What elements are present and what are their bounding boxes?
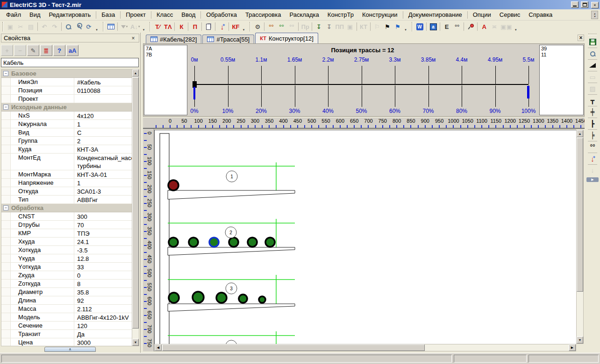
property-value[interactable]: Да (74, 330, 132, 338)
property-group-header[interactable]: −Исходные данные (1, 103, 132, 112)
save-icon[interactable] (587, 37, 598, 47)
cable-red[interactable] (168, 180, 179, 190)
trace-t-icon[interactable]: Т∕ (152, 21, 163, 32)
tray-f-icon[interactable]: ┣ (587, 119, 598, 129)
flag-black-icon[interactable]: ⚑ (382, 21, 393, 32)
scroll-left-icon[interactable]: ◀ (155, 344, 162, 351)
property-value[interactable]: АВВГнг-4x120-1kV (74, 313, 132, 321)
trace-ta-icon[interactable]: ТΛ (163, 21, 173, 32)
cable-circle[interactable] (216, 293, 227, 303)
property-value[interactable]: 120 (74, 322, 132, 329)
toolbar-drag-handle[interactable] (2, 22, 4, 31)
property-value[interactable]: С (74, 128, 132, 136)
property-value[interactable]: 0110088 (74, 86, 132, 94)
refresh-icon[interactable]: ⟳ (84, 21, 94, 32)
toolbar-drag-handle[interactable] (588, 34, 597, 35)
support-column[interactable] (160, 133, 169, 344)
property-row[interactable]: ИмяЭл#Кабель (1, 78, 132, 86)
hscroll-thumb[interactable] (162, 344, 425, 351)
property-value[interactable]: ТПЭ (74, 229, 132, 237)
help-button[interactable]: ? (53, 45, 65, 56)
menu-input[interactable]: Ввод (177, 10, 200, 20)
cable-selected[interactable] (209, 238, 219, 247)
property-row[interactable]: ТранзитДа (1, 330, 132, 338)
property-value[interactable]: Конденсатный_насос_ турбины (74, 154, 132, 170)
property-value[interactable]: АВВГнг (74, 196, 132, 203)
toolbar-drag-handle[interactable] (103, 22, 104, 31)
property-value[interactable]: 24.1 (74, 238, 132, 245)
menu-file[interactable]: Файл (2, 10, 25, 20)
p-icon[interactable]: П (190, 21, 200, 32)
cable-circle[interactable] (229, 238, 238, 247)
route-nodes-icon[interactable]: °° (266, 21, 276, 32)
put-box2-icon[interactable]: ↧ (324, 21, 334, 32)
tray-cross-icon[interactable]: ╪ (587, 107, 598, 117)
toolbar-overflow-button[interactable]: ▾ (141, 21, 146, 32)
property-row[interactable]: Сечение120 (1, 322, 132, 330)
dots-box-icon[interactable]: °° (452, 21, 462, 32)
canvas-vscrollbar[interactable]: ▲ ▼ (576, 130, 584, 344)
toolbar-overflow-button[interactable]: ▶ (586, 177, 599, 182)
property-value[interactable]: 300 (74, 212, 132, 220)
property-value[interactable]: 1 (74, 120, 132, 128)
property-row[interactable]: Группа2 (1, 137, 132, 145)
cable-circle[interactable] (259, 296, 265, 303)
property-row[interactable]: МонтМаркаКНТ-3А-01 (1, 170, 132, 179)
toolbar-drag-handle[interactable] (250, 22, 251, 31)
property-value[interactable]: 2.112 (74, 305, 132, 313)
zoom-icon[interactable] (587, 49, 598, 59)
property-row[interactable]: Dтрубы70 (1, 221, 132, 229)
ke-icon[interactable]: КF (230, 21, 241, 32)
collapse-group-icon[interactable]: − (3, 71, 8, 76)
page-icon[interactable] (203, 21, 214, 32)
tray-e-icon[interactable]: ╞ (587, 130, 598, 140)
right-node-box[interactable]: 3911 (539, 45, 584, 115)
scroll-down-icon[interactable]: ▼ (577, 336, 583, 343)
tab-constructor[interactable]: КТКонструктор[12] (255, 33, 318, 43)
toolbar-drag-handle[interactable] (150, 22, 151, 31)
tab-close-button[interactable]: × (578, 35, 584, 41)
toolbar-drag-handle[interactable] (412, 22, 413, 31)
find-icon[interactable] (63, 21, 73, 32)
property-value[interactable]: 8 (74, 280, 132, 287)
cable-circle[interactable] (265, 238, 275, 247)
property-row[interactable]: ТипАВВГнг (1, 196, 132, 204)
zoom-in-icon[interactable] (73, 21, 84, 32)
collapse-panel-button[interactable]: ∧ (44, 347, 96, 352)
route-nodes2-icon[interactable]: °° (276, 21, 286, 32)
property-row[interactable]: Yкуда12.8 (1, 254, 132, 263)
menu-view[interactable]: Вид (25, 10, 45, 20)
menu-edit[interactable]: Редактировать (45, 10, 95, 20)
toolbar-overflow-button[interactable]: ▾ (513, 21, 519, 32)
cable-k-icon[interactable]: К (176, 21, 186, 32)
property-value[interactable]: 2 (74, 137, 132, 145)
toolbar-overflow-button[interactable]: ▾ (94, 21, 100, 32)
edit-button[interactable]: ✎ (27, 45, 39, 56)
property-value[interactable]: 35.8 (74, 288, 132, 296)
menu-processing[interactable]: Обработка (202, 10, 241, 20)
menu-service[interactable]: Сервис (495, 10, 525, 20)
import-icon[interactable]: ↓ (217, 21, 227, 32)
property-row[interactable]: NxS4x120 (1, 112, 132, 120)
property-value[interactable]: 4x120 (74, 112, 132, 119)
menu-constructions[interactable]: Конструкции (358, 10, 402, 20)
toolbar-overflow-button[interactable]: ▾ (241, 21, 246, 32)
property-value[interactable]: 3СА01-3 (74, 187, 132, 195)
scrollbar-thumb[interactable] (132, 77, 139, 329)
property-row[interactable]: Напряжение1 (1, 179, 132, 187)
property-row[interactable]: Zкуда0 (1, 271, 132, 280)
scroll-down-icon[interactable]: ▼ (132, 339, 139, 346)
property-row[interactable]: Zоткуда8 (1, 280, 132, 288)
font-a-icon[interactable]: А (479, 21, 489, 32)
collapse-group-icon[interactable]: − (3, 205, 8, 210)
property-row[interactable]: Длина92 (1, 296, 132, 305)
cable-circle[interactable] (248, 238, 257, 247)
property-row[interactable]: Откуда3СА01-3 (1, 187, 132, 196)
cable-circle[interactable] (169, 238, 178, 247)
left-node-box[interactable]: 7А7В (144, 45, 187, 115)
minimize-button[interactable] (571, 1, 579, 8)
list-button[interactable]: ≣ (40, 45, 52, 56)
flag-icon[interactable] (587, 60, 598, 70)
menu-routing[interactable]: Трассировка (241, 10, 286, 20)
menu-overflow-button[interactable]: ▴▾ (591, 11, 598, 19)
